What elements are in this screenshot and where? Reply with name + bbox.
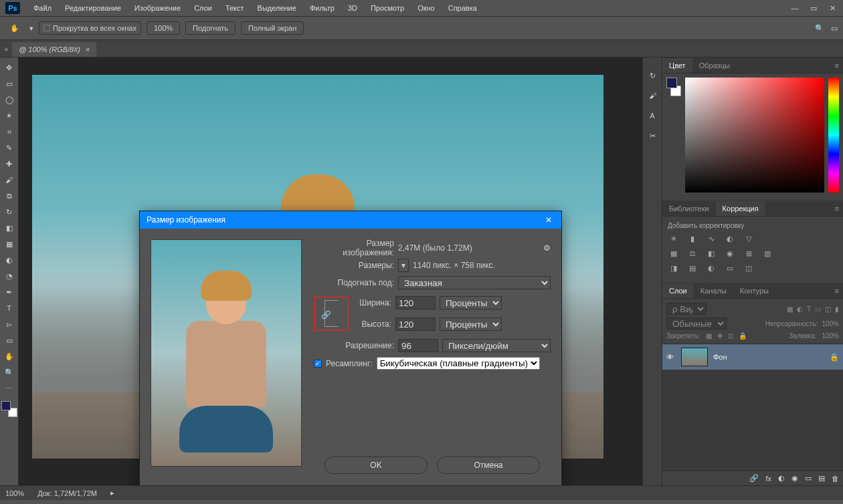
close-tab-icon[interactable]: × (86, 45, 90, 53)
curves-adj-icon[interactable]: ∿ (705, 233, 717, 244)
hue-slider[interactable] (828, 78, 839, 193)
layers-tab[interactable]: Слои (662, 283, 694, 298)
history-panel-icon[interactable]: ↻ (645, 68, 660, 83)
lock-position-icon[interactable]: ✥ (717, 332, 723, 340)
brush-tool-icon[interactable]: 🖌 (1, 172, 17, 187)
height-unit-select[interactable]: Проценты (440, 318, 502, 331)
cancel-button[interactable]: Отмена (437, 457, 540, 474)
resolution-input[interactable] (398, 339, 438, 352)
color-picker-field[interactable] (685, 78, 824, 193)
window-close-icon[interactable]: ✕ (827, 4, 838, 13)
tool-dropdown-icon[interactable]: ▾ (29, 24, 33, 33)
zoom-100-button[interactable]: 100% (147, 21, 180, 35)
zoom-tool-icon[interactable]: 🔍 (1, 365, 17, 380)
move-tool-icon[interactable]: ✥ (1, 60, 17, 75)
status-doc[interactable]: Док: 1,72M/1,72M (37, 489, 97, 497)
character-panel-icon[interactable]: A (645, 108, 660, 123)
window-minimize-icon[interactable]: — (789, 4, 800, 13)
spot-heal-tool-icon[interactable]: ✚ (1, 156, 17, 171)
libraries-tab[interactable]: Библиотеки (662, 201, 716, 216)
menu-window[interactable]: Окно (411, 1, 442, 15)
gradient-map-adj-icon[interactable]: ▭ (724, 263, 736, 273)
hand-tool-icon[interactable]: ✋ (1, 349, 17, 364)
hand-tool-icon[interactable]: ✋ (5, 20, 24, 36)
new-layer-icon[interactable]: ▤ (818, 474, 825, 483)
layer-name[interactable]: Фон (713, 353, 727, 361)
clone-stamp-tool-icon[interactable]: ⧉ (1, 188, 17, 203)
hue-adj-icon[interactable]: ▦ (668, 248, 680, 259)
lasso-tool-icon[interactable]: ◯ (1, 92, 17, 107)
menu-layers[interactable]: Слои (187, 1, 219, 15)
menu-edit[interactable]: Редактирование (58, 1, 128, 15)
new-group-icon[interactable]: ▭ (805, 474, 812, 483)
brightness-adj-icon[interactable]: ☀ (668, 233, 680, 244)
channels-tab[interactable]: Каналы (694, 283, 733, 298)
color-tab[interactable]: Цвет (662, 58, 692, 73)
lock-artboard-icon[interactable]: ⊡ (728, 332, 733, 340)
panel-menu-icon[interactable]: ≡ (831, 205, 843, 213)
filter-kind-select[interactable]: ρ Вид (666, 303, 707, 315)
menu-filter[interactable]: Фильтр (303, 1, 341, 15)
magic-wand-tool-icon[interactable]: ✴ (1, 108, 17, 123)
foreground-color[interactable] (666, 78, 677, 88)
adjustments-tab[interactable]: Коррекция (716, 201, 765, 216)
document-tab[interactable]: @ 100% (RGB/8#) × (12, 42, 96, 57)
filter-smart-icon[interactable]: ◫ (825, 305, 831, 313)
filter-type-icon[interactable]: T (807, 305, 811, 313)
menu-text[interactable]: Текст (219, 1, 251, 15)
menu-view[interactable]: Просмотр (364, 1, 411, 15)
dialog-titlebar[interactable]: Размер изображения ✕ (140, 211, 561, 229)
shape-tool-icon[interactable]: ▭ (1, 333, 17, 348)
blend-mode-select[interactable]: Обычные (666, 318, 727, 330)
height-input[interactable] (395, 318, 436, 331)
width-unit-select[interactable]: Проценты (440, 296, 502, 309)
photo-filter-adj-icon[interactable]: ◉ (724, 248, 736, 259)
mixer-adj-icon[interactable]: ⊞ (743, 248, 755, 259)
fit-button[interactable]: Подогнать (185, 21, 236, 35)
opacity-value[interactable]: 100% (822, 320, 839, 328)
visibility-icon[interactable]: 👁 (666, 353, 676, 361)
panel-menu-icon[interactable]: ≡ (831, 61, 843, 70)
new-fill-icon[interactable]: ◉ (791, 474, 798, 483)
path-select-tool-icon[interactable]: ▻ (1, 317, 17, 332)
menu-file[interactable]: Файл (27, 1, 58, 15)
resolution-unit-select[interactable]: Пиксели/дюйм (442, 339, 551, 352)
dodge-tool-icon[interactable]: ◔ (1, 269, 17, 283)
canvas-area[interactable]: Размер изображения ✕ Размер изображения:… (19, 57, 642, 485)
panel-toggle-icon[interactable]: » (4, 45, 8, 53)
type-tool-icon[interactable]: T (1, 301, 17, 316)
width-input[interactable] (395, 296, 436, 309)
eraser-tool-icon[interactable]: ◧ (1, 221, 17, 235)
bw-adj-icon[interactable]: ◧ (705, 248, 717, 259)
balance-adj-icon[interactable]: ⚖ (686, 248, 698, 259)
fit-select[interactable]: Заказная (398, 276, 551, 289)
mask-icon[interactable]: ◐ (778, 474, 785, 483)
layer-fx-icon[interactable]: fx (765, 475, 771, 483)
fill-value[interactable]: 100% (822, 332, 839, 340)
posterize-adj-icon[interactable]: ▤ (686, 263, 698, 273)
invert-adj-icon[interactable]: ◨ (668, 263, 680, 273)
edit-toolbar-icon[interactable]: ⋯ (1, 381, 17, 396)
workspace-switcher-icon[interactable]: ▭ (831, 24, 838, 33)
lut-adj-icon[interactable]: ▥ (761, 248, 773, 259)
marquee-tool-icon[interactable]: ▭ (1, 76, 17, 91)
window-maximize-icon[interactable]: ▭ (808, 4, 819, 13)
scroll-all-checkbox[interactable]: Прокрутка во всех окнах (39, 21, 141, 35)
lock-icon[interactable]: 🔒 (830, 353, 839, 362)
fullscreen-button[interactable]: Полный экран (241, 21, 304, 35)
resample-checkbox[interactable]: ✓ (314, 360, 322, 368)
selective-adj-icon[interactable]: ◫ (743, 263, 755, 273)
dialog-preview[interactable] (151, 239, 302, 467)
brushes-panel-icon[interactable]: 🖌 (645, 88, 660, 103)
lock-all-icon[interactable]: 🔒 (739, 332, 747, 340)
status-arrow-icon[interactable]: ▸ (110, 489, 114, 497)
filter-pixel-icon[interactable]: ▦ (787, 305, 793, 313)
eyedropper-tool-icon[interactable]: ✎ (1, 140, 17, 155)
link-icon[interactable]: 🔗 (321, 310, 329, 318)
filter-toggle-icon[interactable]: ▮ (835, 305, 839, 313)
resample-select[interactable]: Бикубическая (плавные градиенты) (377, 357, 540, 370)
filter-adjust-icon[interactable]: ◐ (797, 305, 803, 313)
search-icon[interactable]: 🔍 (815, 24, 824, 33)
status-zoom[interactable]: 100% (5, 489, 24, 497)
foreground-swatch[interactable] (1, 401, 11, 410)
